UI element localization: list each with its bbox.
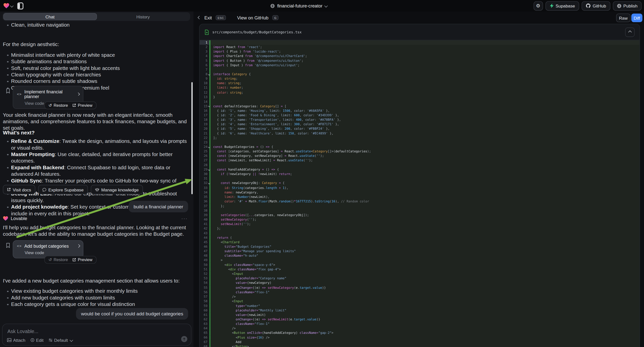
line-number[interactable]: 35: [200, 194, 210, 199]
line-number[interactable]: 28: [200, 163, 210, 167]
line-number[interactable]: 10: [200, 81, 210, 86]
line-number[interactable]: 68: [200, 344, 210, 347]
line-number[interactable]: 50: [200, 262, 210, 267]
line-number[interactable]: 43: [200, 231, 210, 235]
line-number[interactable]: 3: [200, 49, 210, 54]
code-file-header[interactable]: src/components/budget/BudgetCategories.t…: [200, 24, 640, 40]
line-number[interactable]: 48: [200, 254, 210, 258]
restore-button[interactable]: ↺Restore: [48, 258, 68, 262]
line-number[interactable]: 54: [200, 281, 210, 285]
line-number[interactable]: 33: [200, 186, 210, 190]
line-number[interactable]: 18: [200, 118, 210, 122]
line-number[interactable]: 11: [200, 86, 210, 90]
line-number[interactable]: 59: [200, 304, 210, 308]
line-number[interactable]: 5: [200, 58, 210, 63]
panel-toggle-button[interactable]: [16, 1, 25, 10]
line-number[interactable]: 57: [200, 294, 210, 299]
chat-scrollbar[interactable]: [192, 82, 193, 194]
line-number[interactable]: 66: [200, 335, 210, 340]
project-switcher[interactable]: financial-future-creator: [270, 0, 327, 12]
line-number[interactable]: 45: [200, 240, 210, 244]
attach-button[interactable]: Attach: [7, 338, 26, 342]
line-number[interactable]: 30: [200, 172, 210, 176]
line-number[interactable]: 6: [200, 63, 210, 68]
mode-default-button[interactable]: Default: [48, 338, 72, 342]
line-number[interactable]: 25: [200, 149, 210, 154]
line-number[interactable]: 27: [200, 158, 210, 163]
send-button[interactable]: [181, 336, 188, 342]
line-number[interactable]: 36: [200, 199, 210, 204]
collapse-button[interactable]: [625, 28, 634, 37]
line-number[interactable]: 21: [200, 131, 210, 136]
settings-button[interactable]: ⚙: [534, 1, 543, 10]
line-number[interactable]: 41: [200, 222, 210, 226]
manage-knowledge-button[interactable]: Manage knowledge: [90, 185, 143, 194]
line-number[interactable]: 52: [200, 272, 210, 276]
line-number[interactable]: 64: [200, 326, 210, 330]
restore-button[interactable]: ↺Restore: [48, 103, 68, 108]
tab-history[interactable]: History: [97, 13, 190, 20]
line-number[interactable]: 24: [200, 144, 210, 149]
line-number[interactable]: 38: [200, 208, 210, 212]
bookmark-icon[interactable]: [6, 88, 10, 94]
preview-button[interactable]: Preview: [72, 258, 92, 262]
diff-button[interactable]: Diff: [631, 14, 642, 22]
line-number[interactable]: 1: [200, 40, 210, 45]
line-number[interactable]: 39: [200, 212, 210, 217]
publish-button[interactable]: Publish: [613, 1, 642, 10]
line-number[interactable]: 51: [200, 267, 210, 272]
bookmark-icon[interactable]: [6, 243, 10, 248]
tab-chat[interactable]: Chat: [3, 13, 96, 20]
line-number[interactable]: 37: [200, 204, 210, 208]
line-number[interactable]: 31: [200, 176, 210, 181]
line-number[interactable]: 58: [200, 299, 210, 304]
line-number[interactable]: 13: [200, 94, 210, 99]
line-number[interactable]: 62: [200, 317, 210, 322]
chat-input-box[interactable]: Ask Lovable... Attach Edit Default: [2, 324, 192, 346]
line-number[interactable]: 65: [200, 330, 210, 335]
edit-button[interactable]: Edit: [30, 338, 44, 342]
exit-button[interactable]: Exit: [204, 15, 212, 20]
view-code-link[interactable]: View code: [25, 251, 79, 255]
visit-docs-button[interactable]: Visit docs: [3, 185, 35, 194]
raw-button[interactable]: Raw: [616, 14, 630, 22]
more-options-icon[interactable]: ···: [181, 216, 188, 221]
view-on-github-button[interactable]: View on GitHub: [237, 15, 268, 20]
lovable-logo-icon[interactable]: [3, 3, 13, 9]
explore-supabase-button[interactable]: Explore Supabase: [38, 185, 88, 194]
line-number[interactable]: 14: [200, 99, 210, 104]
line-number[interactable]: 61: [200, 312, 210, 317]
preview-button[interactable]: Preview: [72, 103, 92, 108]
line-number[interactable]: 63: [200, 322, 210, 326]
line-number[interactable]: 26: [200, 154, 210, 158]
line-number[interactable]: 53: [200, 276, 210, 281]
line-number[interactable]: 7: [200, 68, 210, 72]
line-number[interactable]: 46: [200, 244, 210, 249]
line-number[interactable]: 17: [200, 113, 210, 117]
line-number[interactable]: 60: [200, 308, 210, 312]
line-number[interactable]: 19: [200, 122, 210, 126]
line-number[interactable]: 67: [200, 340, 210, 344]
line-number[interactable]: 47: [200, 249, 210, 254]
line-number[interactable]: 2: [200, 45, 210, 49]
line-number[interactable]: 22: [200, 136, 210, 140]
line-number[interactable]: 56: [200, 290, 210, 294]
line-number[interactable]: 29: [200, 167, 210, 172]
github-button[interactable]: GitHub: [582, 1, 610, 10]
line-number[interactable]: 55: [200, 285, 210, 290]
line-number[interactable]: 12: [200, 90, 210, 94]
supabase-button[interactable]: Supabase: [545, 1, 579, 10]
line-number[interactable]: 40: [200, 217, 210, 222]
line-number[interactable]: 42: [200, 226, 210, 231]
line-number[interactable]: 8: [200, 72, 210, 76]
line-number[interactable]: 32: [200, 181, 210, 186]
line-number[interactable]: 44: [200, 235, 210, 240]
line-number[interactable]: 34: [200, 190, 210, 194]
line-number[interactable]: 9: [200, 77, 210, 81]
line-number[interactable]: 4: [200, 54, 210, 58]
line-number[interactable]: 15: [200, 104, 210, 108]
line-number[interactable]: 16: [200, 108, 210, 113]
line-number[interactable]: 20: [200, 126, 210, 131]
line-number[interactable]: 49: [200, 258, 210, 262]
line-number[interactable]: 23: [200, 140, 210, 144]
